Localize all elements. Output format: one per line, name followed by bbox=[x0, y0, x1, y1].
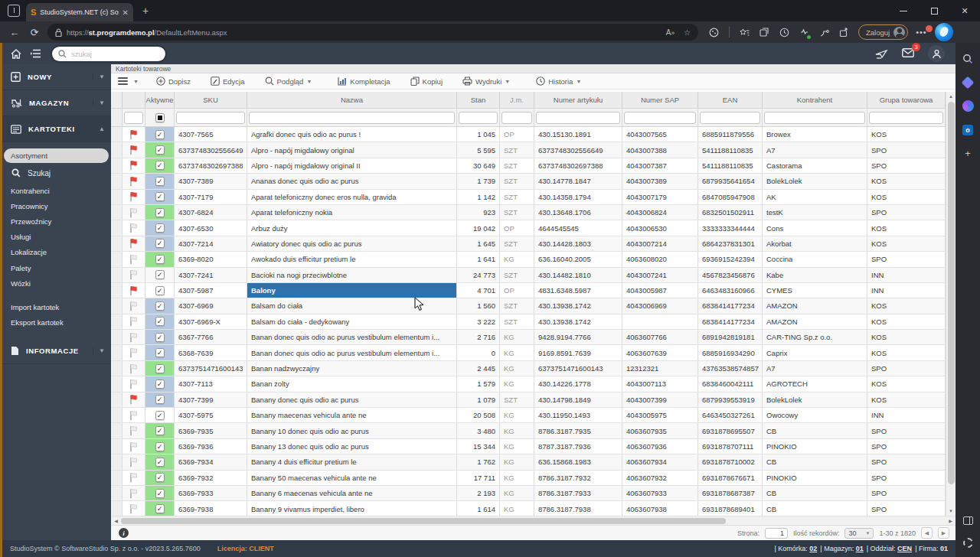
aktywne-checkbox[interactable]: ✓ bbox=[155, 379, 165, 389]
table-row[interactable]: ✓4307-7389Ananas donec quis odio ac puru… bbox=[111, 174, 946, 189]
aktywne-checkbox[interactable]: ✓ bbox=[155, 286, 165, 295]
dopisz-button[interactable]: Dopisz bbox=[148, 73, 199, 89]
table-row[interactable]: ✓4307-7565Agrafki donec quis odio ac pur… bbox=[111, 127, 946, 142]
filter-sku-input[interactable] bbox=[176, 112, 245, 124]
filter-kontrahent-input[interactable] bbox=[764, 112, 865, 124]
header-numer-artykulu[interactable]: Numer artykułu bbox=[534, 92, 622, 108]
sidebar-section-magazyn[interactable]: MAGAZYN ▼ bbox=[2, 90, 111, 116]
wydruki-button[interactable]: Wydruki▼ bbox=[454, 73, 524, 89]
filter-flag-input[interactable] bbox=[124, 112, 143, 124]
aktywne-checkbox[interactable]: ✓ bbox=[155, 130, 165, 139]
sidebar-item[interactable]: Usługi bbox=[2, 230, 111, 245]
browser-menu-icon[interactable]: ••• bbox=[916, 28, 927, 37]
filter-jm-input[interactable] bbox=[501, 112, 532, 124]
share-icon[interactable] bbox=[839, 28, 849, 37]
cookie-icon[interactable] bbox=[709, 28, 719, 37]
header-grupa-towarowa[interactable]: Grupa towarowa bbox=[867, 92, 946, 108]
scroll-down-icon[interactable]: ▼ bbox=[949, 507, 953, 516]
aktywne-checkbox[interactable]: ✓ bbox=[155, 192, 165, 201]
table-row[interactable]: ✓6373751471600143Banan nadzwyczajny2 445… bbox=[111, 361, 946, 376]
browser-essentials-icon[interactable] bbox=[799, 27, 809, 38]
table-row[interactable]: ✓4307-7214Awiatory donec quis odio ac pu… bbox=[111, 236, 946, 252]
table-row[interactable]: ✓4307-7241Bacioki na nogi przeciwblotne2… bbox=[111, 268, 946, 283]
tab-close-icon[interactable]: ✕ bbox=[122, 8, 129, 17]
aktywne-checkbox[interactable]: ✓ bbox=[155, 473, 165, 482]
sidebar-item[interactable]: Przewoźnicy bbox=[2, 213, 111, 229]
sidebar-outlook-icon[interactable]: o bbox=[962, 123, 975, 136]
scroll-left-icon[interactable]: ◀ bbox=[111, 518, 121, 523]
aktywne-checkbox[interactable]: ✓ bbox=[155, 301, 165, 311]
filter-nazwa-input[interactable] bbox=[249, 112, 455, 124]
menu-toggle-icon[interactable] bbox=[30, 49, 41, 58]
vertical-scroll-thumb[interactable] bbox=[948, 102, 955, 484]
sidebar-item[interactable]: Kontrahenci bbox=[2, 183, 111, 198]
table-row[interactable]: ✓4307-5987Balony4 701OP4831.6348.5987404… bbox=[111, 283, 946, 298]
sidebar-section-nowy[interactable]: NOWY ▼ bbox=[2, 64, 111, 90]
context-segment[interactable]: | Firma: 01 bbox=[915, 545, 948, 552]
table-row[interactable]: ✓6369-7933Banany 6 maecenas vehicula ant… bbox=[111, 486, 946, 501]
filter-grupa-input[interactable] bbox=[869, 112, 943, 124]
table-row[interactable]: ✓4307-6969-XBalsam do ciała - dedykowany… bbox=[111, 314, 946, 330]
aktywne-checkbox[interactable]: ✓ bbox=[155, 317, 165, 326]
podglad-button[interactable]: Podgląd▼ bbox=[256, 73, 327, 89]
favorites-icon[interactable] bbox=[740, 28, 750, 37]
scroll-up-icon[interactable]: ▲ bbox=[949, 92, 953, 101]
header-stan[interactable]: Stan bbox=[457, 92, 500, 108]
table-row[interactable]: ✓4307-7113Banan zolty1 579KG430.14226.17… bbox=[111, 376, 946, 392]
table-row[interactable]: ✓6369-8020Awokado duis efficitur pretium… bbox=[111, 252, 946, 267]
sidebar-action-item[interactable]: Eksport kartotek bbox=[2, 315, 111, 331]
sidebar-add-icon[interactable]: + bbox=[962, 147, 975, 160]
table-row[interactable]: ✓6373748302556649Alpro - napój migdałowy… bbox=[111, 142, 946, 158]
aktywne-checkbox[interactable]: ✓ bbox=[155, 270, 165, 279]
table-row[interactable]: ✓6369-7934Banany 4 duis efficitur pretiu… bbox=[111, 454, 946, 470]
sidebar-item[interactable]: Pracownicy bbox=[2, 198, 111, 213]
minimize-button[interactable] bbox=[888, 0, 919, 21]
info-icon[interactable]: i bbox=[119, 528, 129, 538]
header-nazwa[interactable]: Nazwa bbox=[247, 92, 457, 108]
sidebar-section-kartoteki[interactable]: KARTOTEKI ▲ bbox=[2, 116, 111, 142]
vertical-scrollbar[interactable]: ▲ ▼ bbox=[946, 92, 956, 516]
kopiuj-button[interactable]: Kopiuj bbox=[402, 73, 451, 89]
aktywne-checkbox[interactable]: ✓ bbox=[155, 333, 165, 342]
header-jm[interactable]: J.m. bbox=[500, 92, 534, 108]
filter-aktywne-checkbox[interactable] bbox=[155, 113, 165, 122]
header-kontrahent[interactable]: Kontrahent bbox=[763, 92, 867, 108]
aktywne-checkbox[interactable]: ✓ bbox=[155, 504, 165, 513]
vertical-tabs-icon[interactable] bbox=[8, 5, 20, 17]
favorite-star-icon[interactable]: ☆ bbox=[684, 28, 691, 37]
global-search-input[interactable] bbox=[71, 50, 148, 58]
table-row[interactable]: ✓4307-5975Banany maecenas vehicula ante … bbox=[111, 408, 946, 423]
table-row[interactable]: ✓6369-7935Banany 10 donec quis odio ac p… bbox=[111, 423, 946, 438]
aktywne-checkbox[interactable]: ✓ bbox=[155, 255, 165, 264]
browser-tab[interactable]: S StudioSystem.NET (c) SoftwareSt ✕ bbox=[26, 3, 133, 21]
sidebar-panel-icon[interactable] bbox=[962, 514, 975, 527]
filter-numer-sap-input[interactable] bbox=[624, 112, 696, 124]
web-capture-icon[interactable] bbox=[819, 28, 829, 37]
next-page-button[interactable]: ▶ bbox=[938, 527, 949, 539]
aktywne-checkbox[interactable]: ✓ bbox=[155, 208, 165, 217]
sidebar-item[interactable]: Lokalizacje bbox=[2, 245, 111, 260]
table-row[interactable]: ✓6369-7936Banany 13 donec quis odio ac p… bbox=[111, 439, 946, 454]
header-aktywne[interactable]: Aktywne bbox=[145, 92, 175, 108]
horizontal-scrollbar[interactable]: ◀ ▶ bbox=[111, 516, 956, 525]
home-icon[interactable] bbox=[11, 49, 21, 59]
table-row[interactable]: ✓4307-6824Aparat telefoniczny nokia923SZ… bbox=[111, 205, 946, 220]
aktywne-checkbox[interactable]: ✓ bbox=[155, 145, 165, 155]
page-size-select[interactable]: 30▼ bbox=[844, 528, 874, 539]
sidebar-item-asortyment[interactable]: Asortyment bbox=[4, 148, 109, 163]
refresh-icon[interactable]: ⟳ bbox=[24, 27, 44, 38]
aktywne-checkbox[interactable]: ✓ bbox=[155, 442, 165, 451]
filter-ean-input[interactable] bbox=[700, 112, 760, 124]
table-row[interactable]: ✓4307-7179Aparat telefoniczny donec eros… bbox=[111, 190, 946, 205]
global-search[interactable] bbox=[52, 47, 165, 61]
horizontal-scroll-thumb[interactable] bbox=[121, 518, 726, 524]
header-ean[interactable]: EAN bbox=[698, 92, 763, 108]
aktywne-checkbox[interactable]: ✓ bbox=[155, 426, 165, 435]
aktywne-checkbox[interactable]: ✓ bbox=[155, 364, 165, 373]
history-icon[interactable] bbox=[779, 28, 789, 37]
table-row[interactable]: ✓4307-7399Banany donec quis odio ac puru… bbox=[111, 393, 946, 408]
maximize-button[interactable] bbox=[919, 0, 949, 21]
aktywne-checkbox[interactable]: ✓ bbox=[155, 395, 165, 404]
sidebar-action-item[interactable]: Import kartotek bbox=[2, 299, 111, 314]
table-row[interactable]: ✓6369-7938Banany 9 vivamus imperdiet, li… bbox=[111, 501, 946, 516]
